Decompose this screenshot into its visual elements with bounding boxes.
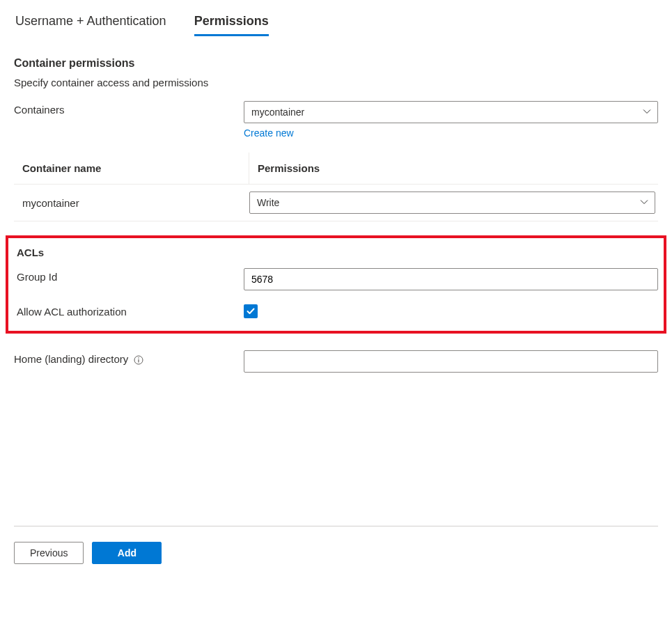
containers-label: Containers [14,101,244,116]
svg-rect-2 [139,359,139,363]
permission-select[interactable]: Write [249,192,655,214]
footer-actions: Previous Add [14,526,658,564]
table-header-name: Container name [14,153,249,184]
table-cell-container-name: mycontainer [14,197,249,209]
check-icon [246,306,256,316]
add-button[interactable]: Add [92,542,162,564]
permission-select-value: Write [257,197,279,208]
home-directory-input[interactable] [244,350,658,373]
tab-username-authentication[interactable]: Username + Authentication [15,14,166,36]
tab-bar: Username + Authentication Permissions [14,14,658,36]
containers-table: Container name Permissions mycontainer W… [14,153,658,221]
home-directory-label-text: Home (landing) directory [14,353,128,365]
table-row: mycontainer Write [14,185,658,221]
previous-button[interactable]: Previous [14,542,84,564]
create-new-link[interactable]: Create new [244,127,294,139]
group-id-input[interactable] [244,268,658,290]
table-header-permissions: Permissions [249,153,658,184]
containers-select[interactable]: mycontainer [244,101,658,123]
info-icon[interactable] [134,355,143,365]
acls-highlight-box: ACLs Group Id Allow ACL authorization [6,235,666,334]
group-id-label: Group Id [14,268,244,283]
svg-point-1 [139,357,140,359]
container-permissions-subtitle: Specify container access and permissions [14,77,658,88]
tab-permissions[interactable]: Permissions [194,14,269,36]
container-permissions-title: Container permissions [14,57,658,70]
home-directory-label: Home (landing) directory [14,350,244,365]
allow-acl-label: Allow ACL authorization [14,306,244,318]
allow-acl-checkbox[interactable] [244,304,258,318]
containers-select-value: mycontainer [251,107,304,118]
acls-title: ACLs [14,247,658,258]
table-header: Container name Permissions [14,153,658,185]
